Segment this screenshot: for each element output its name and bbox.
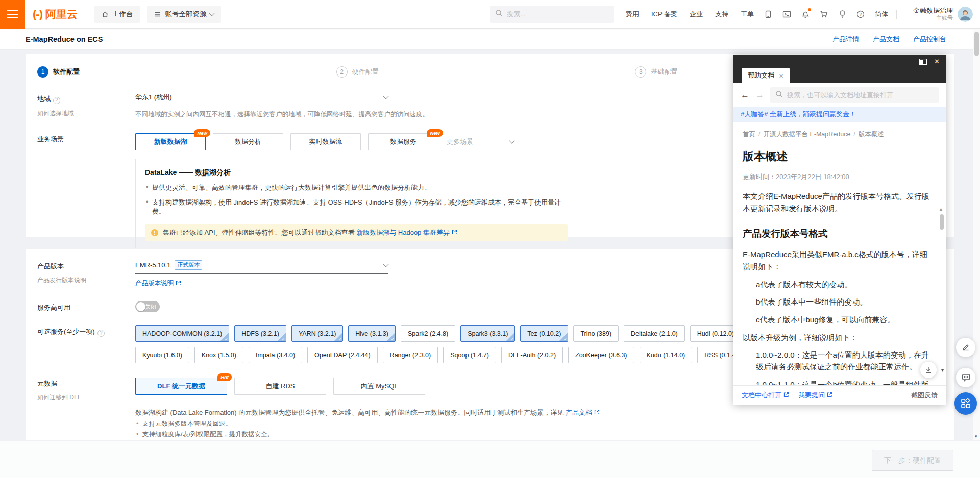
- service-chip[interactable]: DLF-Auth (2.0.2): [501, 347, 563, 363]
- search-input[interactable]: [507, 10, 608, 18]
- service-chip[interactable]: Knox (1.5.0): [194, 347, 243, 363]
- suggestions-bulb-icon[interactable]: [839, 10, 846, 18]
- workbench-button[interactable]: 工作台: [94, 6, 140, 23]
- alibaba-cloud-logo[interactable]: (-) 阿里云: [33, 7, 78, 21]
- service-chip[interactable]: Sqoop (1.4.7): [443, 347, 496, 363]
- tab-data-analysis[interactable]: 数据分析: [213, 133, 283, 150]
- tab-self-rds[interactable]: 自建 RDS: [234, 378, 326, 395]
- service-chip[interactable]: YARN (3.2.1): [291, 325, 343, 342]
- tab-dlf-metadata[interactable]: DLF 统一元数据 Hot: [135, 378, 227, 395]
- service-chip[interactable]: Hive (3.1.3): [348, 325, 396, 342]
- service-chip[interactable]: OpenLDAP (2.4.44): [307, 347, 378, 363]
- help-question-icon[interactable]: [97, 330, 105, 337]
- nav-link-billing[interactable]: 费用: [626, 10, 639, 19]
- product-doc-link[interactable]: 产品文档: [566, 409, 592, 416]
- doc-heading: 产品发行版本号格式: [743, 227, 930, 240]
- service-chip[interactable]: Kyuubi (1.6.0): [135, 347, 189, 363]
- service-chip[interactable]: HADOOP-COMMON (3.2.1): [135, 325, 229, 342]
- feedback-pencil-button[interactable]: [956, 338, 975, 357]
- notifications-bell-icon[interactable]: [801, 10, 810, 18]
- service-chip[interactable]: Spark3 (3.3.1): [460, 325, 515, 342]
- language-selector[interactable]: 简体: [875, 10, 888, 19]
- nav-link-support[interactable]: 支持: [715, 10, 728, 19]
- chat-support-button[interactable]: [956, 368, 975, 387]
- nav-link-enterprise[interactable]: 企业: [690, 10, 703, 19]
- mobile-app-icon[interactable]: [764, 10, 772, 18]
- close-tab-icon[interactable]: [779, 72, 783, 80]
- scenario-label: 业务场景: [37, 133, 135, 144]
- back-arrow-icon[interactable]: [741, 91, 749, 99]
- version-select[interactable]: EMR-5.10.1 正式版本: [135, 260, 388, 274]
- metadata-bullet: 支持细粒度库/表/列权限配置，提升数据安全。: [135, 431, 954, 438]
- cluster-diff-link[interactable]: 新版数据湖与 Hadoop 集群差异: [356, 229, 450, 236]
- dock-panel-icon[interactable]: [919, 59, 927, 65]
- help-question-icon[interactable]: [53, 97, 60, 104]
- breadcrumb-product[interactable]: 开源大数据平台 E-MapReduce: [763, 131, 850, 138]
- cart-icon[interactable]: [820, 10, 828, 18]
- region-label: 地域 如何选择地域: [37, 93, 135, 118]
- service-chip[interactable]: Spark2 (2.4.8): [401, 325, 455, 342]
- account-info[interactable]: 金融数据治理 主账号: [913, 7, 953, 22]
- hamburger-menu-icon[interactable]: [0, 0, 24, 29]
- page-title: E-MapReduce on ECS: [26, 35, 103, 43]
- ha-toggle[interactable]: 关闭: [135, 301, 160, 312]
- help-icon[interactable]: ?: [856, 10, 865, 18]
- version-notes-link[interactable]: 产品版本说明: [135, 279, 174, 288]
- help-doc-tab[interactable]: 帮助文档: [742, 68, 790, 83]
- new-badge: New: [427, 129, 443, 137]
- datalake-info-box: DataLake —— 数据湖分析 提供更灵活、可靠、高效的管理集群，更快的运行…: [135, 159, 577, 248]
- resource-list-icon: [154, 11, 161, 18]
- nav-link-icp[interactable]: ICP 备案: [651, 10, 677, 19]
- open-in-doc-center-link[interactable]: 文档中心打开: [742, 391, 789, 400]
- resource-scope-selector[interactable]: 账号全部资源: [147, 6, 221, 23]
- scrollbar-thumb[interactable]: [974, 32, 979, 56]
- more-scenarios-select[interactable]: 更多场景: [446, 133, 516, 150]
- forward-arrow-icon[interactable]: [755, 91, 764, 99]
- next-step-button[interactable]: 下一步：硬件配置: [872, 450, 953, 471]
- download-doc-button[interactable]: [920, 362, 937, 378]
- close-panel-icon[interactable]: [934, 58, 940, 65]
- toggle-label: 关闭: [145, 303, 156, 311]
- service-chip[interactable]: Deltalake (2.1.0): [624, 325, 685, 342]
- tab-data-service[interactable]: 数据服务 New: [368, 133, 438, 150]
- region-select[interactable]: 华东1 (杭州): [135, 93, 388, 106]
- service-chip[interactable]: ZooKeeper (3.6.3): [568, 347, 634, 363]
- tab-new-datalake[interactable]: 新版数据湖 New: [135, 133, 206, 150]
- global-search[interactable]: [490, 6, 614, 23]
- hot-badge: Hot: [217, 373, 232, 381]
- tab-realtime-stream[interactable]: 实时数据流: [290, 133, 361, 150]
- product-details-link[interactable]: 产品详情: [832, 35, 859, 44]
- service-chip[interactable]: Kudu (1.14.0): [640, 347, 693, 363]
- panel-scroll-up-icon[interactable]: [939, 207, 943, 212]
- new-badge: New: [194, 129, 210, 137]
- service-chip[interactable]: Tez (0.10.2): [520, 325, 568, 342]
- app-center-button[interactable]: [954, 392, 977, 415]
- doc-search[interactable]: [770, 87, 939, 103]
- cloud-shell-icon[interactable]: [782, 10, 791, 18]
- nav-link-ticket[interactable]: 工单: [741, 10, 754, 19]
- product-console-link[interactable]: 产品控制台: [913, 35, 946, 44]
- scroll-down-icon[interactable]: [975, 434, 977, 439]
- tab-builtin-mysql[interactable]: 内置 MySQL: [333, 378, 425, 395]
- panel-scrollbar-thumb[interactable]: [940, 214, 944, 230]
- panel-scroll-down-icon[interactable]: [941, 367, 944, 373]
- step-hardware-config: 2 硬件配置: [336, 66, 379, 78]
- breadcrumb-home[interactable]: 首页: [743, 131, 755, 138]
- promo-banner[interactable]: #大咖答# 全新上线，踊跃提问赢奖金！: [733, 107, 946, 122]
- doc-search-input[interactable]: [787, 91, 934, 99]
- screenshot-feedback-button[interactable]: 截图反馈: [911, 391, 938, 400]
- notification-dot: [808, 8, 811, 11]
- region-help-link[interactable]: 如何选择地域: [37, 109, 135, 118]
- external-link-icon: [594, 409, 600, 416]
- avatar[interactable]: [958, 7, 973, 22]
- service-chip[interactable]: HDFS (3.2.1): [234, 325, 286, 342]
- service-chip[interactable]: Ranger (2.3.0): [383, 347, 438, 363]
- logo-mark: (-): [33, 8, 42, 21]
- doc-title: 版本概述: [743, 149, 930, 164]
- product-docs-link[interactable]: 产品文档: [873, 35, 899, 44]
- ask-question-link[interactable]: 我要提问: [798, 391, 832, 400]
- service-chip[interactable]: Trino (389): [573, 325, 619, 342]
- breadcrumb: 首页/开源大数据平台 E-MapReduce/版本概述: [743, 130, 930, 139]
- service-chip[interactable]: Impala (3.4.0): [249, 347, 302, 363]
- doc-list-item: b代表了版本中一些组件的变动。: [756, 296, 930, 308]
